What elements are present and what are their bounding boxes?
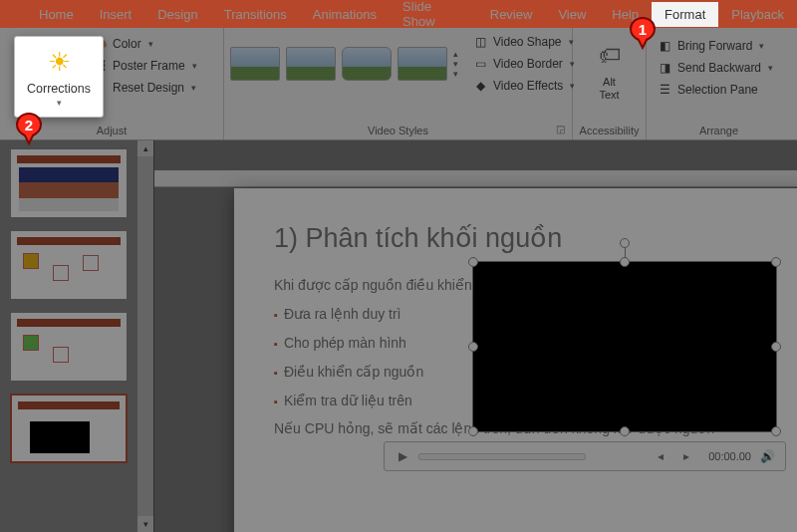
video-style-thumb[interactable] (286, 47, 336, 81)
step-forward-button[interactable]: ▸ (676, 449, 696, 463)
slide-thumbnail-selected[interactable] (10, 394, 128, 463)
video-effects-label: Video Effects (493, 79, 563, 93)
video-shape-icon: ◫ (472, 34, 488, 50)
rotate-handle[interactable] (620, 238, 630, 248)
ribbon: 🎨 Color 🖼 Poster Frame ↺ Reset Design Ad… (0, 28, 797, 140)
video-styles-dialog-launcher[interactable]: ◲ (556, 124, 568, 135)
resize-handle[interactable] (468, 426, 478, 436)
video-border-icon: ▭ (472, 56, 488, 72)
resize-handle[interactable] (771, 426, 781, 436)
selection-pane-label: Selection Pane (677, 83, 758, 97)
slide-thumbnail[interactable] (10, 230, 128, 300)
color-button[interactable]: 🎨 Color (88, 34, 201, 54)
scroll-down-icon[interactable]: ▾ (137, 516, 153, 532)
video-effects-button[interactable]: ◆ Video Effects (468, 76, 579, 96)
video-border-label: Video Border (493, 57, 563, 71)
arrange-group-label: Arrange (647, 125, 791, 136)
slide-title: 1) Phân tích khối nguồn (274, 222, 797, 254)
ribbon-tabs: Home Insert Design Transitions Animation… (0, 0, 797, 28)
video-effects-icon: ◆ (472, 78, 488, 94)
chevron-down-icon: ▾ (57, 98, 62, 108)
resize-handle[interactable] (620, 257, 630, 267)
gallery-more[interactable]: ▾ (453, 69, 458, 79)
video-shape-label: Video Shape (493, 35, 562, 49)
tab-format[interactable]: Format (652, 2, 718, 27)
adjust-group-label: Adjust (0, 125, 223, 136)
bring-forward-icon: ◧ (657, 38, 672, 54)
tab-home[interactable]: Home (26, 2, 87, 27)
slide-thumbnail[interactable] (10, 148, 128, 218)
gallery-scroll-down[interactable]: ▾ (453, 59, 458, 69)
tab-view[interactable]: View (545, 2, 599, 27)
horizontal-ruler (154, 170, 797, 187)
poster-frame-label: Poster Frame (113, 59, 185, 73)
tab-animations[interactable]: Animations (300, 2, 390, 27)
tab-help[interactable]: Help (599, 2, 652, 27)
poster-frame-button[interactable]: 🖼 Poster Frame (88, 56, 201, 76)
bring-forward-label: Bring Forward (677, 39, 752, 53)
video-shape-button[interactable]: ◫ Video Shape (468, 32, 579, 52)
bring-forward-button[interactable]: ◧ Bring Forward (653, 36, 785, 56)
tab-review[interactable]: Review (477, 2, 546, 27)
send-backward-icon: ◨ (657, 60, 672, 76)
color-label: Color (113, 37, 141, 51)
seek-track[interactable] (418, 453, 586, 460)
resize-handle[interactable] (771, 342, 781, 352)
send-backward-button[interactable]: ◨ Send Backward (653, 58, 785, 78)
corrections-icon: ☀ (48, 47, 71, 78)
volume-button[interactable]: 🔊 (757, 449, 777, 463)
corrections-button[interactable]: ☀ Corrections ▾ (14, 36, 104, 118)
slide-thumbnails-pane: ▴ ▾ (0, 140, 154, 532)
reset-design-button[interactable]: ↺ Reset Design (88, 78, 201, 98)
scroll-up-icon[interactable]: ▴ (137, 140, 153, 156)
corrections-label: Corrections (27, 82, 91, 96)
video-object[interactable] (472, 261, 777, 432)
tab-design[interactable]: Design (144, 2, 210, 27)
tab-insert[interactable]: Insert (87, 2, 145, 27)
send-backward-label: Send Backward (677, 61, 761, 75)
video-style-thumb[interactable] (398, 47, 447, 81)
slide-thumbnail[interactable] (10, 312, 128, 382)
resize-handle[interactable] (620, 426, 630, 436)
selection-pane-button[interactable]: ☰ Selection Pane (653, 80, 785, 100)
alt-text-icon: 🏷 (590, 36, 630, 76)
tab-transitions[interactable]: Transitions (211, 2, 300, 27)
video-border-button[interactable]: ▭ Video Border (468, 54, 579, 74)
playback-time: 00:00.00 (708, 450, 751, 462)
video-style-thumb[interactable] (342, 47, 392, 81)
alt-text-button[interactable]: 🏷 AltText (579, 32, 640, 105)
resize-handle[interactable] (771, 257, 781, 267)
video-styles-group-label: Video Styles (224, 125, 572, 136)
workspace: ▴ ▾ 1) Phân tích khối nguồn Khi được cấp… (0, 140, 797, 532)
tab-playback[interactable]: Playback (718, 2, 797, 27)
resize-handle[interactable] (468, 342, 478, 352)
resize-handle[interactable] (468, 257, 478, 267)
reset-design-label: Reset Design (113, 81, 184, 95)
video-style-thumb[interactable] (230, 47, 280, 81)
play-button[interactable]: ▶ (393, 449, 412, 463)
accessibility-group-label: Accessibility (573, 125, 646, 136)
step-back-button[interactable]: ◂ (651, 449, 670, 463)
slide[interactable]: 1) Phân tích khối nguồn Khi được cấp ngu… (234, 188, 797, 532)
gallery-scroll-up[interactable]: ▴ (453, 49, 458, 59)
video-media-controls: ▶ ◂ ▸ 00:00.00 🔊 (384, 441, 786, 471)
selection-pane-icon: ☰ (657, 82, 672, 98)
thumbnails-scrollbar[interactable]: ▴ ▾ (137, 140, 153, 532)
slide-canvas: 1) Phân tích khối nguồn Khi được cấp ngu… (154, 140, 797, 532)
